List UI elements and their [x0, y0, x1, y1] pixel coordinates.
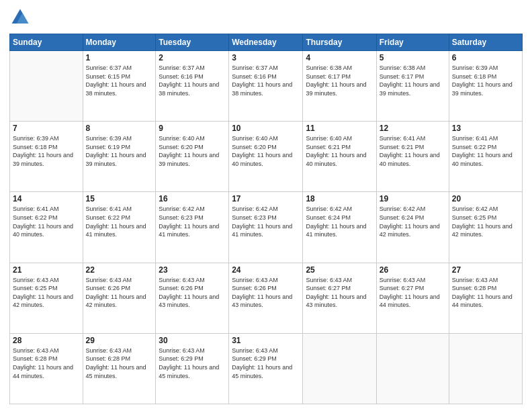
day-number: 20 [452, 194, 519, 203]
day-cell: 2Sunrise: 6:37 AMSunset: 6:16 PMDaylight… [156, 51, 229, 122]
day-info: Sunrise: 6:43 AMSunset: 6:25 PMDaylight:… [13, 276, 80, 310]
day-info: Sunrise: 6:40 AMSunset: 6:20 PMDaylight:… [159, 134, 226, 168]
day-info: Sunrise: 6:41 AMSunset: 6:22 PMDaylight:… [86, 205, 153, 238]
day-info: Sunrise: 6:39 AMSunset: 6:19 PMDaylight:… [86, 134, 153, 168]
day-number: 15 [86, 194, 153, 203]
day-number: 21 [13, 265, 80, 275]
day-number: 28 [13, 336, 80, 345]
day-info: Sunrise: 6:42 AMSunset: 6:24 PMDaylight:… [380, 205, 446, 238]
day-cell: 16Sunrise: 6:42 AMSunset: 6:23 PMDayligh… [156, 192, 229, 263]
day-info: Sunrise: 6:42 AMSunset: 6:25 PMDaylight:… [452, 205, 519, 238]
day-cell: 31Sunrise: 6:43 AMSunset: 6:29 PMDayligh… [229, 333, 303, 404]
weekday-header-saturday: Saturday [449, 34, 522, 51]
day-number: 1 [86, 53, 153, 62]
day-number: 30 [159, 336, 226, 345]
day-cell: 10Sunrise: 6:40 AMSunset: 6:20 PMDayligh… [229, 122, 303, 192]
day-info: Sunrise: 6:40 AMSunset: 6:20 PMDaylight:… [232, 134, 300, 168]
weekday-header-thursday: Thursday [303, 34, 376, 51]
day-cell: 9Sunrise: 6:40 AMSunset: 6:20 PMDaylight… [156, 122, 229, 192]
day-info: Sunrise: 6:38 AMSunset: 6:17 PMDaylight:… [380, 64, 446, 97]
day-number: 4 [306, 53, 373, 62]
day-number: 24 [232, 265, 300, 275]
day-info: Sunrise: 6:41 AMSunset: 6:22 PMDaylight:… [452, 134, 519, 168]
day-cell: 8Sunrise: 6:39 AMSunset: 6:19 PMDaylight… [83, 122, 156, 192]
week-row-1: 1Sunrise: 6:37 AMSunset: 6:15 PMDaylight… [10, 51, 523, 122]
day-number: 22 [86, 265, 153, 275]
day-number: 18 [306, 194, 373, 203]
day-info: Sunrise: 6:43 AMSunset: 6:28 PMDaylight:… [86, 347, 153, 380]
day-cell: 17Sunrise: 6:42 AMSunset: 6:23 PMDayligh… [229, 192, 303, 263]
day-info: Sunrise: 6:40 AMSunset: 6:21 PMDaylight:… [306, 134, 373, 168]
day-info: Sunrise: 6:41 AMSunset: 6:22 PMDaylight:… [13, 205, 80, 238]
week-row-3: 14Sunrise: 6:41 AMSunset: 6:22 PMDayligh… [10, 192, 523, 263]
day-number: 2 [159, 53, 226, 62]
logo-icon [9, 7, 31, 28]
day-number: 25 [306, 265, 373, 275]
day-cell: 19Sunrise: 6:42 AMSunset: 6:24 PMDayligh… [376, 192, 449, 263]
day-number: 19 [380, 194, 446, 203]
day-number: 12 [380, 124, 446, 133]
day-number: 6 [452, 53, 519, 62]
week-row-4: 21Sunrise: 6:43 AMSunset: 6:25 PMDayligh… [10, 263, 523, 333]
day-cell: 26Sunrise: 6:43 AMSunset: 6:27 PMDayligh… [376, 263, 449, 333]
day-info: Sunrise: 6:37 AMSunset: 6:16 PMDaylight:… [232, 64, 300, 97]
day-cell: 14Sunrise: 6:41 AMSunset: 6:22 PMDayligh… [10, 192, 83, 263]
day-cell: 22Sunrise: 6:43 AMSunset: 6:26 PMDayligh… [83, 263, 156, 333]
day-cell: 18Sunrise: 6:42 AMSunset: 6:24 PMDayligh… [303, 192, 376, 263]
day-info: Sunrise: 6:39 AMSunset: 6:18 PMDaylight:… [13, 134, 80, 168]
week-row-2: 7Sunrise: 6:39 AMSunset: 6:18 PMDaylight… [10, 122, 523, 192]
day-cell [449, 333, 522, 404]
weekday-header-tuesday: Tuesday [156, 34, 229, 51]
weekday-header-friday: Friday [376, 34, 449, 51]
day-cell: 3Sunrise: 6:37 AMSunset: 6:16 PMDaylight… [229, 51, 303, 122]
day-cell: 29Sunrise: 6:43 AMSunset: 6:28 PMDayligh… [83, 333, 156, 404]
day-cell: 23Sunrise: 6:43 AMSunset: 6:26 PMDayligh… [156, 263, 229, 333]
day-info: Sunrise: 6:43 AMSunset: 6:26 PMDaylight:… [159, 276, 226, 310]
day-info: Sunrise: 6:43 AMSunset: 6:26 PMDaylight:… [232, 276, 300, 310]
logo [9, 7, 34, 28]
week-row-5: 28Sunrise: 6:43 AMSunset: 6:28 PMDayligh… [10, 333, 523, 404]
weekday-header-row: SundayMondayTuesdayWednesdayThursdayFrid… [10, 34, 523, 51]
day-cell: 11Sunrise: 6:40 AMSunset: 6:21 PMDayligh… [303, 122, 376, 192]
weekday-header-sunday: Sunday [10, 34, 83, 51]
day-number: 16 [159, 194, 226, 203]
weekday-header-monday: Monday [83, 34, 156, 51]
day-info: Sunrise: 6:41 AMSunset: 6:21 PMDaylight:… [380, 134, 446, 168]
day-number: 29 [86, 336, 153, 345]
day-cell [376, 333, 449, 404]
day-cell: 25Sunrise: 6:43 AMSunset: 6:27 PMDayligh… [303, 263, 376, 333]
day-cell: 5Sunrise: 6:38 AMSunset: 6:17 PMDaylight… [376, 51, 449, 122]
day-number: 9 [159, 124, 226, 133]
day-info: Sunrise: 6:42 AMSunset: 6:23 PMDaylight:… [159, 205, 226, 238]
day-cell: 21Sunrise: 6:43 AMSunset: 6:25 PMDayligh… [10, 263, 83, 333]
day-info: Sunrise: 6:43 AMSunset: 6:28 PMDaylight:… [13, 347, 80, 380]
day-cell: 24Sunrise: 6:43 AMSunset: 6:26 PMDayligh… [229, 263, 303, 333]
header [9, 7, 523, 28]
day-number: 31 [232, 336, 300, 345]
day-cell: 1Sunrise: 6:37 AMSunset: 6:15 PMDaylight… [83, 51, 156, 122]
weekday-header-wednesday: Wednesday [229, 34, 303, 51]
day-info: Sunrise: 6:43 AMSunset: 6:27 PMDaylight:… [306, 276, 373, 310]
day-info: Sunrise: 6:43 AMSunset: 6:27 PMDaylight:… [380, 276, 446, 310]
day-cell: 27Sunrise: 6:43 AMSunset: 6:28 PMDayligh… [449, 263, 522, 333]
day-info: Sunrise: 6:42 AMSunset: 6:23 PMDaylight:… [232, 205, 300, 238]
day-cell: 30Sunrise: 6:43 AMSunset: 6:29 PMDayligh… [156, 333, 229, 404]
calendar-table: SundayMondayTuesdayWednesdayThursdayFrid… [9, 34, 523, 404]
day-cell: 12Sunrise: 6:41 AMSunset: 6:21 PMDayligh… [376, 122, 449, 192]
day-number: 26 [380, 265, 446, 275]
day-info: Sunrise: 6:38 AMSunset: 6:17 PMDaylight:… [306, 64, 373, 97]
day-info: Sunrise: 6:43 AMSunset: 6:29 PMDaylight:… [159, 347, 226, 380]
day-number: 17 [232, 194, 300, 203]
day-number: 5 [380, 53, 446, 62]
day-cell: 20Sunrise: 6:42 AMSunset: 6:25 PMDayligh… [449, 192, 522, 263]
day-cell [10, 51, 83, 122]
day-cell: 13Sunrise: 6:41 AMSunset: 6:22 PMDayligh… [449, 122, 522, 192]
day-info: Sunrise: 6:43 AMSunset: 6:26 PMDaylight:… [86, 276, 153, 310]
day-cell: 15Sunrise: 6:41 AMSunset: 6:22 PMDayligh… [83, 192, 156, 263]
day-number: 11 [306, 124, 373, 133]
page: SundayMondayTuesdayWednesdayThursdayFrid… [0, 0, 532, 411]
day-info: Sunrise: 6:43 AMSunset: 6:29 PMDaylight:… [232, 347, 300, 380]
day-cell: 6Sunrise: 6:39 AMSunset: 6:18 PMDaylight… [449, 51, 522, 122]
day-number: 14 [13, 194, 80, 203]
day-info: Sunrise: 6:42 AMSunset: 6:24 PMDaylight:… [306, 205, 373, 238]
